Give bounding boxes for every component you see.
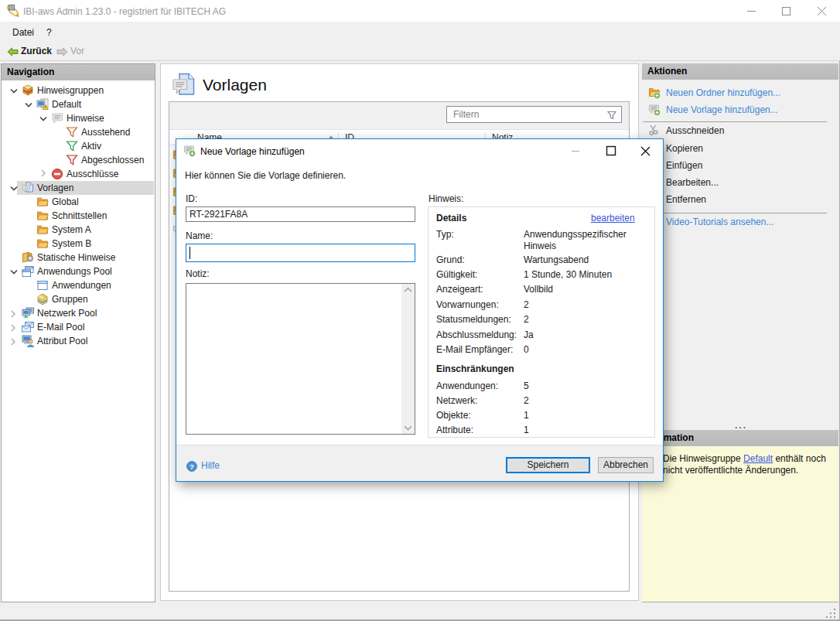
svg-text:?: ? <box>190 462 194 471</box>
